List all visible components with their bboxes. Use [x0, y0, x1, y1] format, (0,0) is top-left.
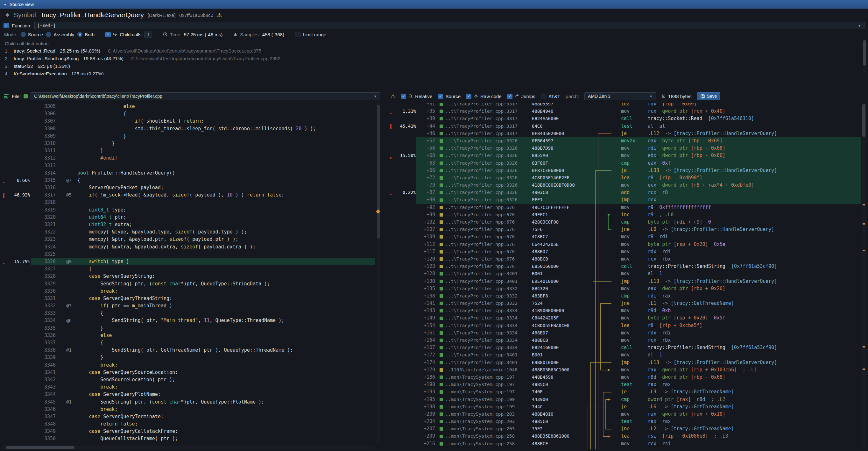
source-line[interactable]: 3329 SendString( ptr, (const char*)ptr, …	[3, 280, 375, 288]
asm-row[interactable]: +130..t\TracyProfiler.cpp:3401E9E4010000…	[390, 278, 861, 285]
asm-row[interactable]: +186..mon\TracySystem.cpp:197448B4598mov…	[390, 373, 861, 381]
asm-source-location[interactable]: ..t\TracyProfiler.hpp:676	[440, 204, 532, 211]
asm-row[interactable]: 1.31%+35..t\TracyProfiler.cpp:3317488B49…	[390, 108, 861, 115]
scrollbar-thumb[interactable]	[6, 446, 74, 449]
child-calls-checkbox[interactable]: ✓	[105, 32, 111, 37]
asm-source-location[interactable]: ..t\TracyProfiler.cpp:3326	[440, 196, 532, 204]
radio-assembly[interactable]: Assembly	[46, 32, 74, 37]
limit-range-checkbox[interactable]	[295, 32, 301, 37]
source-line[interactable]: 3305 else	[3, 103, 375, 110]
raw-code-checkbox[interactable]: ✓	[466, 94, 471, 99]
source-line[interactable]: 3341 case ServerQuerySourceLocation:	[3, 369, 375, 376]
asm-source-location[interactable]: ..mon\TracySystem.cpp:203	[440, 425, 532, 432]
source-line[interactable]: 3337 {	[3, 339, 375, 347]
asm-source-location[interactable]: ..t\TracyProfiler.cpp:3317	[440, 103, 532, 108]
asm-row[interactable]: +63..t\TracyProfiler.cpp:332683F80Fcmpea…	[390, 159, 861, 167]
asm-row[interactable]: +56..t\TracyProfiler.cpp:3326488B7D98mov…	[390, 145, 861, 152]
asm-source-location[interactable]: ..t\TracyProfiler.cpp:3334	[440, 314, 532, 322]
asm-row[interactable]: +161..t\TracyProfiler.cpp:3334488BD7movr…	[390, 329, 861, 337]
collapse-icon[interactable]: ▼	[3, 3, 7, 6]
radio-both-circle[interactable]	[78, 32, 83, 37]
asm-row[interactable]: +179..1103\include\atomic:1048488B05B63C…	[390, 366, 861, 373]
asm-row[interactable]: +120..t\TracyProfiler.hpp:676488BCBmovrc…	[390, 255, 861, 263]
source-line[interactable]: 3338@1 SendString( ptr, GetThreadName( p…	[3, 347, 375, 354]
source-line[interactable]: 3343 break;	[3, 384, 375, 391]
asm-row[interactable]: +39..t\TracyProfiler.cpp:3317E824AA0000c…	[390, 115, 861, 122]
asm-source-location[interactable]: ..t\TracyProfiler.cpp:3334	[440, 329, 532, 337]
asm-row[interactable]: +149..t\TracyProfiler.cpp:3334C64424205F…	[390, 314, 861, 322]
source-line[interactable]: 3325	[3, 251, 375, 258]
child-call-entry[interactable]: 2.tracy::Profiler::SendLongString19.88 m…	[5, 56, 863, 63]
asm-row[interactable]: +46..t\TracyProfiler.cpp:33170F843502000…	[390, 130, 861, 137]
asm-row[interactable]: +135..t\TracyProfiler.cpp:33328B4320move…	[390, 285, 861, 292]
asm-source-location[interactable]: ..mon\TracySystem.cpp:197	[440, 373, 532, 381]
source-toggle[interactable]: ✓ Source	[438, 94, 461, 99]
source-line[interactable]: 3323 memcpy( &ptr, &payload.ptr, sizeof(…	[3, 236, 375, 243]
asm-source-location[interactable]: ..t\TracyProfiler.cpp:3326	[440, 174, 532, 182]
asm-source-location[interactable]: ..t\TracyProfiler.cpp:3326	[440, 137, 532, 145]
asm-source-location[interactable]: ..t\TracyProfiler.hpp:676	[440, 255, 532, 263]
function-select[interactable]: [ - self - ] ▼	[34, 22, 865, 29]
source-line[interactable]: 3310 }	[3, 140, 375, 147]
asm-row[interactable]: +107..t\TracyProfiler.hpp:67675F6jne.L0 …	[390, 226, 861, 233]
source-line[interactable]: 3333 {	[3, 309, 375, 317]
asm-row[interactable]: +141..t\TracyProfiler.cpp:33327524jne.L1…	[390, 300, 861, 307]
source-line[interactable]: 3346 break;	[3, 406, 375, 413]
child-call-entry[interactable]: 1.tracy::Socket::Read25.25 ms (54.89%)C:…	[5, 48, 863, 56]
source-line[interactable]: 3334@6 SendString( ptr, "Main thread", 1…	[3, 317, 375, 324]
function-checkbox[interactable]: ✓	[3, 23, 9, 28]
asm-row[interactable]: +198..mon\TracySystem.cpp:199744Cje.L6 -…	[390, 403, 861, 411]
source-line[interactable]: 3332@3 if( ptr == m_mainThread )	[3, 302, 375, 309]
source-line[interactable]: 3309 }	[3, 132, 375, 140]
asm-source-location[interactable]: ..t\TracyProfiler.cpp:3326	[440, 182, 532, 189]
titlebar[interactable]: ▼ Source view	[0, 0, 868, 9]
asm-source-location[interactable]: ..t\TracyProfiler.cpp:3332	[440, 292, 532, 300]
asm-row[interactable]: +190..mon\TracySystem.cpp:1974885C0testr…	[390, 381, 861, 388]
source-line[interactable]: 3313	[3, 162, 375, 170]
asm-source-location[interactable]: ..t\TracyProfiler.hpp:676	[440, 233, 532, 240]
source-line[interactable]: 3314bool Profiler::HandleServerQuery()	[3, 170, 375, 177]
asm-row[interactable]: 15.50%+60..t\TracyProfiler.cpp:33268B55A…	[390, 152, 861, 159]
radio-both[interactable]: Both	[78, 32, 95, 37]
source-line[interactable]: 3349 case ServerQueryCallstackFrame:	[3, 428, 375, 435]
asm-row[interactable]: +92..t\TracyProfiler.hpp:67649C7C1FFFFFF…	[390, 204, 861, 211]
source-line[interactable]: 3320 uint64_t ptr;	[3, 214, 375, 221]
asm-source-location[interactable]: ..mon\TracySystem.cpp:199	[440, 403, 532, 411]
source-horizontal-scrollbar[interactable]	[3, 446, 375, 449]
child-calls-detail-button[interactable]	[145, 31, 152, 38]
asm-row[interactable]: +195..mon\TracySystem.cpp:199443900cmpdw…	[390, 396, 861, 403]
source-line[interactable]: 3335 }	[3, 325, 375, 332]
asm-source-location[interactable]: ..t\TracyProfiler.cpp:3317	[440, 123, 532, 130]
asm-source-location[interactable]: ..t\TracyProfiler.cpp:3326	[440, 167, 532, 174]
scrollbar-thumb[interactable]	[863, 40, 866, 66]
source-line[interactable]: 3344 case ServerQueryPlotName:	[3, 391, 375, 398]
asm-row[interactable]: +109..t\TracyProfiler.hpp:6764C8BC7movr8…	[390, 233, 861, 240]
asm-source-location[interactable]: ..1103\include\atomic:1048	[440, 366, 532, 373]
asm-source-location[interactable]: ..t\TracyProfiler.cpp:3326	[440, 145, 532, 152]
source-line[interactable]: 3322 memcpy( &type, &payload.type, sizeo…	[3, 229, 375, 236]
asm-source-location[interactable]: ..t\TracyProfiler.cpp:3334	[440, 337, 532, 344]
source-line[interactable]: 3328 case ServerQueryString:	[3, 273, 375, 280]
asm-row[interactable]: 45.41%+44..t\TracyProfiler.cpp:331784C0t…	[390, 123, 861, 130]
asm-source-location[interactable]: ..t\TracyProfiler.cpp:3334	[440, 307, 532, 314]
asm-row[interactable]: +52..t\TracyProfiler.cpp:33260FB64597mov…	[390, 137, 861, 145]
asm-row[interactable]: +200..mon\TracySystem.cpp:203488B4010mov…	[390, 411, 861, 418]
asm-source-location[interactable]: ..mon\TracySystem.cpp:199	[440, 396, 532, 403]
asm-source-location[interactable]: ..t\TracyProfiler.cpp:3401	[440, 351, 532, 359]
asm-source-location[interactable]: ..t\TracyProfiler.cpp:3401	[440, 278, 532, 285]
source-line[interactable]: 0.66%3315@7{	[3, 177, 375, 184]
source-line[interactable]: 3312 #endif	[3, 154, 375, 162]
asm-row[interactable]: +164..t\TracyProfiler.cpp:3334488BCBmovr…	[390, 337, 861, 344]
jumps-checkbox[interactable]: ✓	[507, 94, 513, 99]
asm-row[interactable]: +66..t\TracyProfiler.cpp:33260F87CE06000…	[390, 167, 861, 174]
asm-row[interactable]: +216..mon\TracySystem.cpp:258488BCEmovrc…	[390, 440, 861, 448]
source-line[interactable]: 3324 memcpy( &extra, &payload.extra, siz…	[3, 243, 375, 251]
asm-source-location[interactable]: ..mon\TracySystem.cpp:197	[440, 381, 532, 388]
asm-row[interactable]: +209..mon\TracySystem.cpp:258488D35E8861…	[390, 432, 861, 440]
asm-row[interactable]: +102..t\TracyProfiler.hpp:67642803C0F00c…	[390, 218, 861, 226]
asm-source-location[interactable]: ..t\TracyProfiler.hpp:676	[440, 263, 532, 270]
asm-row[interactable]: +79..t\TracyProfiler.cpp:3326418B8C80E0B…	[390, 182, 861, 189]
scrollbar-thumb[interactable]	[377, 105, 380, 239]
asm-source-location[interactable]: ..mon\TracySystem.cpp:203	[440, 411, 532, 418]
asm-source-location[interactable]: ..t\TracyProfiler.hpp:676	[440, 248, 532, 255]
